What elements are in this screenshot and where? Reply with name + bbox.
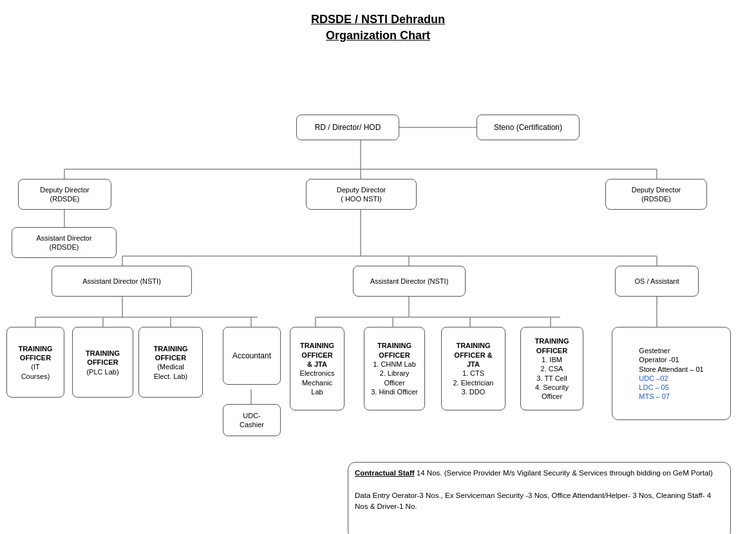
to-cts-label: TRAINING OFFICER & JTA 1. CTS 2. Electri… (453, 341, 494, 396)
to-plc-label: TRAINING OFFICER (PLC Lab) (86, 349, 120, 376)
contractual-label: Contractual Staff (355, 469, 415, 477)
node-asst-dir-nsti-right: Assistant Director (NSTI) (353, 266, 466, 297)
node-accountant: Accountant (223, 327, 281, 385)
node-to-jta-electronics: TRAINING OFFICER & JTA Electronics Mecha… (290, 327, 345, 410)
contractual-text: 14 Nos. (Service Provider M/s Vigilant S… (415, 469, 713, 477)
node-to-chnm: TRAINING OFFICER 1. CHNM Lab 2. Library … (364, 327, 425, 410)
node-udc-cashier: UDC- Cashier (223, 404, 281, 436)
node-steno: Steno (Certification) (477, 115, 580, 140)
node-to-ibm: TRAINING OFFICER 1. IBM 2. CSA 3. TT Cel… (520, 327, 583, 410)
to-it-label: TRAINING OFFICER (IT Courses) (18, 344, 52, 381)
node-asst-dir-nsti-left: Assistant Director (NSTI) (52, 266, 192, 297)
org-chart: RD / Director/ HOD Steno (Certification)… (0, 50, 756, 534)
to-jta-label: TRAINING OFFICER & JTA Electronics Mecha… (300, 341, 335, 396)
node-asst-dir-rdsde: Assistant Director (RDSDE) (12, 227, 117, 258)
node-rd-director: RD / Director/ HOD (296, 115, 399, 140)
to-chnm-label: TRAINING OFFICER 1. CHNM Lab 2. Library … (371, 341, 418, 396)
node-dep-dir-left: Deputy Director (RDSDE) (18, 179, 111, 210)
page-title: RDSDE / NSTI Dehradun Organization Chart (0, 0, 756, 50)
node-os-assistant: OS / Assistant (615, 266, 699, 297)
node-dep-dir-right: Deputy Director (RDSDE) (605, 179, 707, 210)
gestetner-label: Gestetner Operator -01 Store Attendant –… (639, 346, 703, 401)
data-entry-text: Data Entry Oerator-3 Nos., Ex Serviceman… (355, 490, 724, 513)
node-to-plc: TRAINING OFFICER (PLC Lab) (72, 327, 133, 398)
to-medical-label: TRAINING OFFICER (Medical Elect. Lab) (153, 344, 187, 381)
node-to-it: TRAINING OFFICER (IT Courses) (6, 327, 64, 398)
node-gestetner: Gestetner Operator -01 Store Attendant –… (612, 327, 731, 420)
node-to-jta-cts: TRAINING OFFICER & JTA 1. CTS 2. Electri… (441, 327, 506, 410)
node-to-medical: TRAINING OFFICER (Medical Elect. Lab) (138, 327, 203, 398)
info-box-contractual: Contractual Staff 14 Nos. (Service Provi… (348, 462, 731, 534)
to-ibm-label: TRAINING OFFICER 1. IBM 2. CSA 3. TT Cel… (534, 336, 569, 401)
node-dep-dir-center: Deputy Director ( HOO NSTI) (306, 179, 417, 210)
